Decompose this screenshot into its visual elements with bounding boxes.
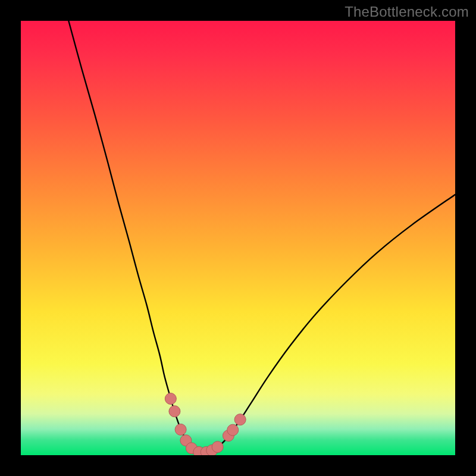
- data-marker: [212, 441, 223, 453]
- data-marker: [227, 424, 239, 436]
- chart-frame: TheBottleneck.com: [0, 0, 476, 476]
- curve-left-branch: [68, 21, 201, 453]
- data-marker: [175, 424, 186, 435]
- marker-group: [165, 393, 246, 455]
- data-marker: [234, 414, 246, 425]
- chart-svg: [21, 21, 455, 455]
- watermark-label: TheBottleneck.com: [345, 4, 469, 20]
- data-marker: [165, 393, 176, 405]
- data-marker: [169, 406, 180, 417]
- plot-area: [21, 21, 455, 455]
